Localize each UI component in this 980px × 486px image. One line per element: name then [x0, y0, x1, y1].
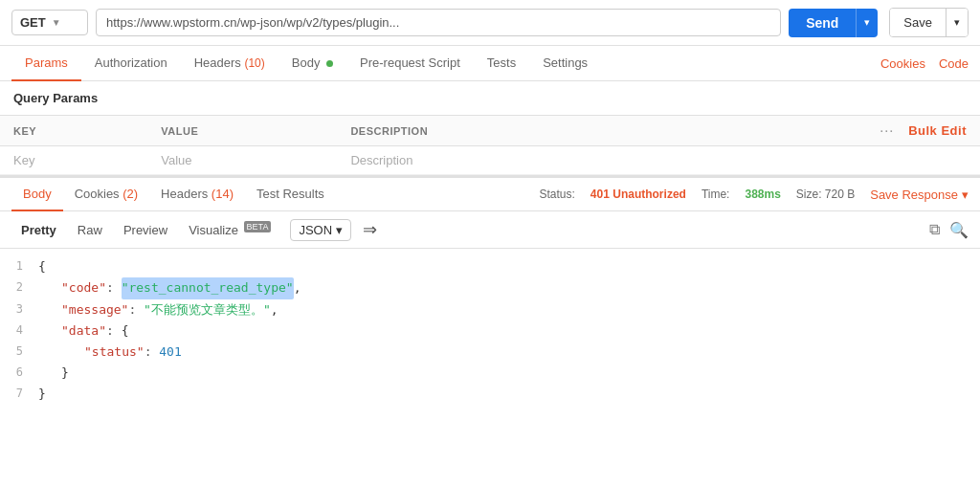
format-tab-preview[interactable]: Preview: [114, 218, 177, 242]
save-button-group: Save ▾: [889, 8, 969, 37]
method-chevron: ▼: [52, 17, 61, 28]
request-tabs: Params Authorization Headers (10) Body P…: [0, 46, 980, 81]
method-select[interactable]: GET ▼: [11, 10, 88, 35]
key-input-cell[interactable]: Key: [0, 146, 147, 175]
wrap-icon[interactable]: ⇒: [363, 219, 377, 240]
headers-count-badge: (14): [212, 187, 234, 201]
send-button[interactable]: Send: [789, 9, 856, 37]
code-link[interactable]: Code: [939, 56, 969, 71]
format-selector[interactable]: JSON ▾: [290, 219, 351, 241]
description-column-header: DESCRIPTION: [337, 116, 645, 146]
format-chevron: ▾: [336, 223, 343, 237]
json-line-4: 4 "data" : {: [0, 320, 980, 342]
tab-authorization[interactable]: Authorization: [81, 46, 181, 81]
right-links: Cookies Code: [880, 56, 969, 71]
query-params-title: Query Params: [0, 81, 980, 116]
status-code-badge: 401 Unauthorized: [590, 188, 686, 201]
body-dot: [326, 60, 333, 67]
format-label: JSON: [299, 223, 332, 237]
cookies-count-badge: (2): [122, 187, 138, 201]
json-line-2: 2 "code" : "rest_cannot_read_type" ,: [0, 277, 980, 298]
table-row: Key Value Description: [0, 146, 980, 175]
size-label: Size: 720 B: [796, 188, 855, 201]
tab-settings[interactable]: Settings: [529, 46, 601, 81]
response-tab-test-results[interactable]: Test Results: [245, 178, 336, 211]
send-button-group: Send ▾: [789, 9, 878, 37]
save-button[interactable]: Save: [890, 9, 946, 36]
response-tab-body[interactable]: Body: [11, 178, 63, 211]
params-table: KEY VALUE DESCRIPTION ··· Bulk Edit Key …: [0, 116, 980, 175]
format-bar-right: ⧉ 🔍: [929, 221, 969, 239]
tab-pre-request[interactable]: Pre-request Script: [346, 46, 474, 81]
tab-headers[interactable]: Headers (10): [181, 46, 278, 81]
status-label: Status:: [540, 188, 575, 201]
value-column-header: VALUE: [147, 116, 337, 146]
save-response-button[interactable]: Save Response ▾: [870, 188, 969, 202]
save-dropdown-button[interactable]: ▾: [946, 9, 968, 36]
column-options-icon[interactable]: ···: [880, 125, 895, 137]
time-label: Time:: [702, 188, 730, 201]
top-bar: GET ▼ Send ▾ Save ▾: [0, 0, 980, 46]
time-value: 388ms: [745, 188, 780, 201]
tab-params[interactable]: Params: [11, 46, 81, 81]
beta-badge: BETA: [244, 221, 272, 232]
response-status-bar: Status: 401 Unauthorized Time: 388ms Siz…: [540, 188, 969, 202]
send-dropdown-button[interactable]: ▾: [856, 9, 878, 37]
response-body: 1 { 2 "code" : "rest_cannot_read_type" ,…: [0, 249, 980, 412]
key-column-header: KEY: [0, 116, 147, 146]
value-input-cell[interactable]: Value: [147, 146, 337, 175]
json-line-3: 3 "message" : "不能预览文章类型。" ,: [0, 299, 980, 320]
json-line-6: 6 }: [0, 363, 980, 384]
json-viewer: 1 { 2 "code" : "rest_cannot_read_type" ,…: [0, 249, 980, 412]
format-tab-pretty[interactable]: Pretty: [11, 218, 66, 242]
copy-icon[interactable]: ⧉: [929, 221, 940, 239]
method-label: GET: [20, 15, 46, 30]
response-bar: Body Cookies (2) Headers (14) Test Resul…: [0, 175, 980, 211]
tab-tests[interactable]: Tests: [474, 46, 529, 81]
json-line-7: 7 }: [0, 384, 980, 405]
cookies-link[interactable]: Cookies: [880, 56, 925, 71]
url-input[interactable]: [96, 9, 781, 36]
actions-column-header: ··· Bulk Edit: [645, 116, 980, 146]
json-line-5: 5 "status" : 401: [0, 342, 980, 363]
bulk-edit-button[interactable]: Bulk Edit: [908, 123, 967, 138]
format-tab-visualize[interactable]: Visualize BETA: [179, 217, 280, 242]
description-input-cell[interactable]: Description: [337, 146, 645, 175]
format-tab-raw[interactable]: Raw: [68, 218, 112, 242]
response-tab-headers[interactable]: Headers (14): [149, 178, 245, 211]
tab-body[interactable]: Body: [278, 46, 346, 81]
search-icon[interactable]: 🔍: [949, 221, 969, 239]
response-tab-cookies[interactable]: Cookies (2): [63, 178, 149, 211]
json-line-1: 1 {: [0, 256, 980, 277]
headers-badge: (10): [244, 56, 264, 70]
row-actions-cell: [645, 146, 980, 175]
format-bar: Pretty Raw Preview Visualize BETA JSON ▾…: [0, 211, 980, 249]
